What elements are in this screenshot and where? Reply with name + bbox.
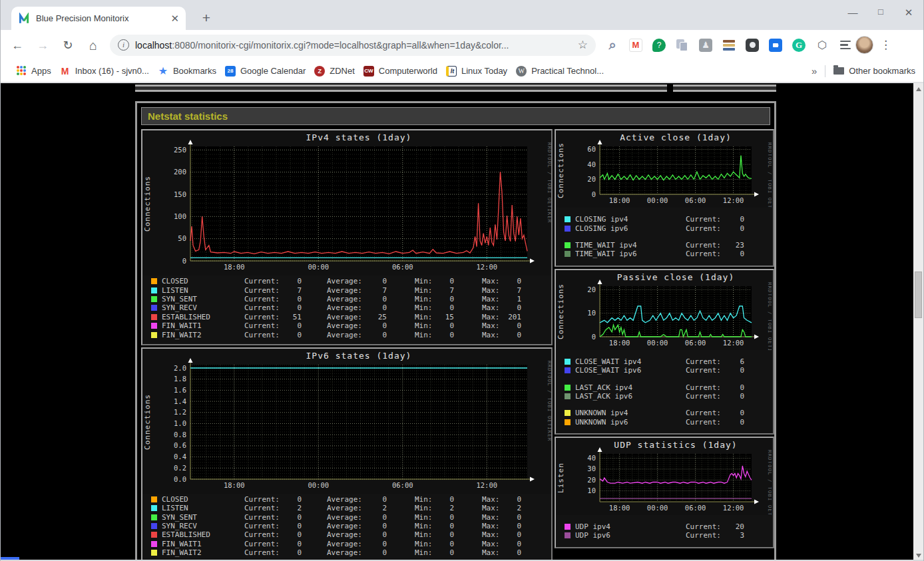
legend-color-swatch [565,385,571,391]
svg-text:18:00: 18:00 [224,481,245,489]
bookmark-item-cal[interactable]: 28Google Calendar [225,66,306,77]
active-close-graph[interactable]: 18:0000:0006:0012:000204060Active close … [556,130,772,208]
bookmarks-overflow-icon[interactable]: » [811,65,817,77]
legend-value-min: 0 [437,530,454,539]
extension-search-icon[interactable]: ⌕ [605,38,620,53]
bookmark-item-cw[interactable]: CWComputerworld [363,66,437,77]
svg-text:RRDTOOL / TOBI OETIKER: RRDTOOL / TOBI OETIKER [767,142,772,208]
legend-key-min: Min: [415,303,437,312]
bookmark-item-lt[interactable]: ltLinux Today [446,66,507,77]
scrollbar-down-icon[interactable] [913,550,923,560]
legend-key-current: Current: [686,383,727,392]
scrollbar-thumb[interactable] [915,272,922,318]
other-bookmarks-button[interactable]: Other bookmarks [833,66,915,76]
bookmark-label: ZDNet [330,66,355,76]
legend-value-min: 7 [437,286,454,295]
bookmark-item-apps[interactable]: Apps [16,66,51,77]
svg-text:1.8: 1.8 [174,375,186,383]
reload-button[interactable]: ↻ [59,37,77,54]
bookmark-star-icon[interactable]: ☆ [578,38,588,52]
legend-value-min: 15 [437,313,454,321]
home-button[interactable]: ⌂ [85,37,102,54]
ipv4-states-graph[interactable]: 18:0000:0006:0012:00050100150200250IPv4 … [142,130,551,276]
site-info-icon[interactable]: i [118,39,129,51]
svg-text:20: 20 [587,285,596,293]
legend-label: LISTEN [162,504,244,512]
svg-text:06:00: 06:00 [392,481,413,489]
legend-value-current: 0 [727,224,744,233]
legend-label: LAST_ACK ipv6 [575,392,686,401]
legend-key-current: Current: [686,531,727,540]
svg-text:0.4: 0.4 [174,453,186,461]
svg-text:RRDTOOL / TOBI OETIKER: RRDTOOL / TOBI OETIKER [547,361,551,441]
legend-color-swatch [151,332,157,338]
legend-color-swatch [565,359,571,365]
address-bar[interactable]: i localhost:8080/monitorix-cgi/monitorix… [110,35,596,56]
legend-label: ESTABLISHED [162,530,244,539]
bookmark-item-zdnet[interactable]: ZZDNet [314,66,355,77]
legend-value-max: 0 [504,513,521,522]
browser-tab[interactable]: Blue Precision Monitorix ✕ [11,7,186,30]
back-button[interactable]: ← [9,37,26,54]
tab-close-icon[interactable]: ✕ [170,13,179,25]
legend-color-swatch [565,532,571,538]
legend-key-average: Average: [327,530,369,539]
udp-statistics-graph[interactable]: 18:0000:0006:0012:0010203040UDP statisti… [556,438,772,515]
browser-menu-icon[interactable]: ⋮ [880,38,891,52]
bookmark-item-gmail[interactable]: MInbox (16) - sjvn0... [60,66,149,77]
legend-label: FIN_WAIT2 [162,331,244,339]
legend-key-current: Current: [244,513,284,522]
legend-value-current: 0 [284,277,302,285]
close-button[interactable]: ✕ [903,7,914,19]
svg-text:0.0: 0.0 [174,474,186,482]
svg-text:12:00: 12:00 [723,504,744,512]
url-text[interactable]: localhost:8080/monitorix-cgi/monitorix.c… [135,40,573,51]
passive-close-graph[interactable]: 18:0000:0006:0012:0001020Passive close (… [556,270,772,350]
extension-playlist-icon[interactable] [838,38,853,53]
bookmark-item-wp[interactable]: WPractical Technol... [516,66,604,77]
extension-copy-icon[interactable] [675,38,690,53]
bookmark-item-star[interactable]: ★Bookmarks [158,66,216,77]
legend-label: SYN_RECV [162,303,244,312]
svg-text:12:00: 12:00 [723,196,744,204]
legend-label: SYN_SENT [162,295,244,303]
extension-voice-icon[interactable]: ? [652,38,666,53]
legend-key-max: Max: [482,286,504,295]
legend-value-average: 0 [369,295,387,303]
zdnet-icon: Z [314,66,325,77]
legend-value-current: 0 [284,495,302,504]
legend-key-current: Current: [244,504,284,512]
forward-button[interactable]: → [34,37,51,54]
maximize-button[interactable]: □ [875,7,886,19]
svg-text:60: 60 [587,145,596,153]
monitorix-favicon-icon [18,13,30,25]
svg-text:00:00: 00:00 [308,263,329,271]
star-icon: ★ [158,66,168,77]
url-path: :8080/monitorix-cgi/monitorix.cgi?mode=l… [172,40,509,51]
legend-key-current: Current: [686,224,727,233]
extension-profile-box-icon[interactable]: ♟ [698,38,713,53]
legend-value-current: 23 [727,241,744,250]
extension-meet-icon[interactable] [768,38,783,53]
ipv6-states-graph[interactable]: 18:0000:0006:0012:000.00.20.40.60.81.01.… [142,349,551,494]
legend-label: FIN_WAIT1 [162,321,244,330]
legend-value-max: 0 [504,277,521,285]
extension-gmail-icon[interactable]: M [628,38,643,53]
minimize-button[interactable]: — [847,7,858,19]
legend-label: UDP ipv6 [575,531,686,540]
svg-text:RRDTOOL / TOBI OETIKER: RRDTOOL / TOBI OETIKER [767,282,772,350]
page-scrollbar[interactable] [913,83,923,561]
profile-avatar[interactable] [855,36,873,54]
extension-lamp-icon[interactable] [745,38,760,53]
extension-books-icon[interactable] [722,38,736,53]
legend-value-average: 0 [369,513,387,522]
scrollbar-up-icon[interactable] [913,84,923,94]
legend-key-max: Max: [482,321,504,330]
legend-value-current: 0 [727,418,744,427]
legend-row: UNKNOWN ipv6Current:0 [565,418,773,427]
extension-grammarly-icon[interactable]: G [792,38,806,53]
new-tab-button[interactable]: + [197,9,216,28]
extension-puzzle-icon[interactable]: ⬡ [815,38,829,53]
legend-value-max: 0 [504,331,521,339]
legend-label: CLOSED [162,277,244,285]
